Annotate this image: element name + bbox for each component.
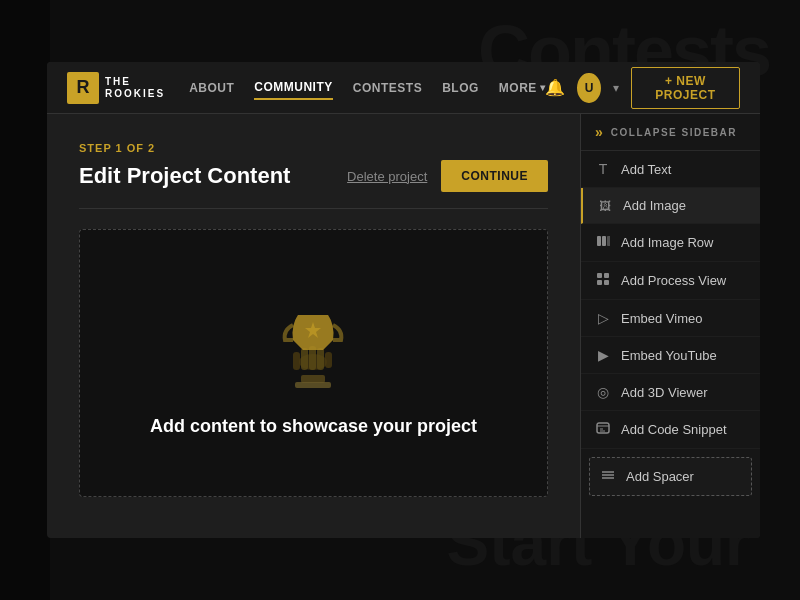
sidebar-collapse-button[interactable]: » COLLAPSE SIDEBAR [581,114,760,151]
svg-rect-0 [301,375,325,383]
continue-button[interactable]: CONTINUE [441,160,548,192]
sidebar-item-add-image-row[interactable]: Add Image Row [581,224,760,262]
logo[interactable]: R THEROOKIES [67,72,165,104]
delete-project-link[interactable]: Delete project [347,169,427,184]
sidebar: » COLLAPSE SIDEBAR T Add Text 🖼 Add Imag… [580,114,760,538]
svg-rect-1 [295,382,331,388]
content-placeholder-text: Add content to showcase your project [150,416,477,437]
add-process-view-label: Add Process View [621,273,726,288]
nav-community[interactable]: COMMUNITY [254,76,333,100]
image-row-icon [595,234,611,251]
sidebar-item-embed-youtube[interactable]: ▶ Embed YouTube [581,337,760,374]
add-image-row-label: Add Image Row [621,235,714,250]
modal: R THEROOKIES ABOUT COMMUNITY CONTESTS BL… [47,62,760,538]
hand-trophy-icon [263,290,363,400]
sidebar-item-add-3d-viewer[interactable]: ◎ Add 3D Viewer [581,374,760,411]
process-view-icon [595,272,611,289]
svg-rect-3 [293,352,300,370]
code-snippet-icon [595,421,611,438]
text-icon: T [595,161,611,177]
svg-rect-6 [317,348,324,370]
nav-contests[interactable]: CONTESTS [353,77,422,99]
svg-rect-10 [602,236,606,246]
collapse-arrows-icon: » [595,124,603,140]
add-text-label: Add Text [621,162,671,177]
youtube-icon: ▶ [595,347,611,363]
spacer-icon [600,468,616,485]
add-image-label: Add Image [623,198,686,213]
svg-rect-9 [597,236,601,246]
avatar[interactable]: U [577,73,601,103]
image-icon: 🖼 [597,199,613,213]
svg-rect-7 [325,352,332,368]
page-title-row: Edit Project Content Delete project CONT… [79,160,548,209]
svg-rect-11 [607,236,610,246]
svg-rect-15 [604,280,609,285]
sidebar-item-embed-vimeo[interactable]: ▷ Embed Vimeo [581,300,760,337]
logo-text: THEROOKIES [105,76,165,100]
sidebar-item-add-code-snippet[interactable]: Add Code Snippet [581,411,760,449]
3d-viewer-icon: ◎ [595,384,611,400]
navbar-nav: ABOUT COMMUNITY CONTESTS BLOG MORE ▾ [189,76,545,100]
nav-blog[interactable]: BLOG [442,77,479,99]
bell-icon[interactable]: 🔔 [545,78,565,97]
sidebar-item-add-text[interactable]: T Add Text [581,151,760,188]
navbar: R THEROOKIES ABOUT COMMUNITY CONTESTS BL… [47,62,760,114]
modal-body: STEP 1 OF 2 Edit Project Content Delete … [47,114,760,538]
navbar-actions: 🔔 U ▾ + NEW PROJECT [545,67,740,109]
sidebar-item-add-spacer[interactable]: Add Spacer [589,457,752,496]
page-actions: Delete project CONTINUE [347,160,548,192]
svg-rect-4 [301,348,308,370]
embed-youtube-label: Embed YouTube [621,348,717,363]
svg-rect-12 [597,273,602,278]
new-project-button[interactable]: + NEW PROJECT [631,67,740,109]
content-area-inner: Add content to showcase your project [150,290,477,437]
vimeo-icon: ▷ [595,310,611,326]
sidebar-item-add-process-view[interactable]: Add Process View [581,262,760,300]
logo-r-letter: R [77,77,90,98]
step-label: STEP 1 OF 2 [79,142,548,154]
add-code-snippet-label: Add Code Snippet [621,422,727,437]
svg-rect-14 [597,280,602,285]
main-content: STEP 1 OF 2 Edit Project Content Delete … [47,114,580,538]
nav-more[interactable]: MORE ▾ [499,77,546,99]
add-3d-viewer-label: Add 3D Viewer [621,385,707,400]
page-title: Edit Project Content [79,163,290,189]
chevron-down-icon-2[interactable]: ▾ [613,81,619,95]
content-area: Add content to showcase your project [79,229,548,497]
svg-rect-13 [604,273,609,278]
sidebar-item-add-image[interactable]: 🖼 Add Image [581,188,760,224]
add-spacer-label: Add Spacer [626,469,694,484]
logo-box: R [67,72,99,104]
embed-vimeo-label: Embed Vimeo [621,311,702,326]
collapse-label: COLLAPSE SIDEBAR [611,127,737,138]
nav-about[interactable]: ABOUT [189,77,234,99]
